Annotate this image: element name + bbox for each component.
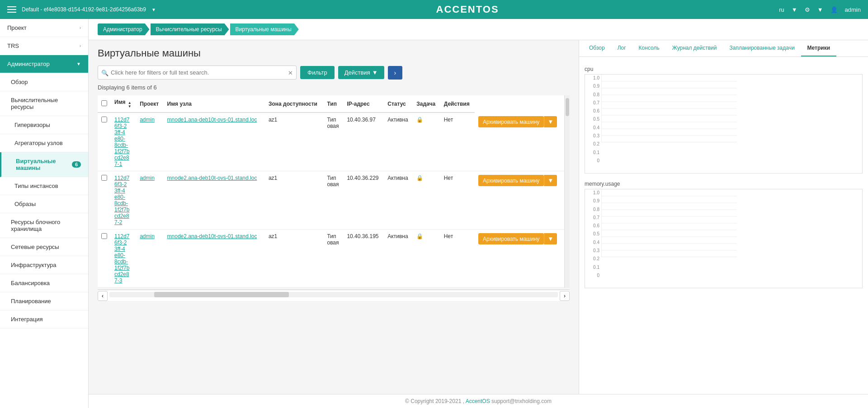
vm-ip: 10.40.36.97: [343, 113, 384, 171]
breadcrumb: Администратор Вычислительные ресурсы Вир…: [89, 19, 868, 40]
tab-konsol[interactable]: Консоль: [632, 40, 666, 56]
actions-button[interactable]: Действия ▼: [338, 66, 384, 79]
table-area: Виртуальные машины 🔍 ✕ Фильтр Действия ▼…: [89, 40, 579, 394]
archive-dropdown-button[interactable]: ▼: [544, 175, 557, 186]
vm-name-link[interactable]: 112d76f3-23ff-4e80-8cdb-1f2f7bcd2e87-3: [114, 233, 129, 284]
cpu-chart-svg: [601, 75, 737, 142]
archive-button[interactable]: Архивировать машину: [478, 116, 544, 127]
topbar-left: Default - ef4e8038-d154-4192-9e81-2d6425…: [7, 6, 156, 13]
vm-node-link[interactable]: mnode2.ana‑deb10t‑ovs‑01.stand.loc: [167, 233, 257, 239]
table-row: 112d76f3-23ff-4e80-8cdb-1f2f7bcd2e87-3 a…: [98, 230, 564, 288]
sidebar-item-tipy[interactable]: Типы инстансов: [0, 177, 88, 195]
memory-chart-svg: [601, 189, 737, 257]
tab-journal[interactable]: Журнал действий: [666, 40, 723, 56]
row-checkbox[interactable]: [101, 117, 107, 122]
sidebar-item-balance[interactable]: Балансировка: [0, 274, 88, 292]
vm-name-link[interactable]: 112d76f3-23ff-4e80-8cdb-1f2f7bcd2e87-1: [114, 117, 129, 167]
archive-button[interactable]: Архивировать машину: [478, 175, 544, 186]
sidebar-label-planning: Планирование: [11, 298, 51, 305]
vm-node-link[interactable]: mnode2.ana‑deb10t‑ovs‑01.stand.loc: [167, 175, 257, 181]
archive-dropdown-button[interactable]: ▼: [544, 233, 557, 244]
sidebar-item-obrazy[interactable]: Образы: [0, 195, 88, 213]
breadcrumb-admin[interactable]: Администратор: [98, 23, 150, 35]
vm-ip: 10.40.36.195: [343, 230, 384, 288]
chevron-icon: ›: [80, 43, 81, 48]
memory-chart: 1.00.90.80.70.6 0.50.40.30.20.10: [585, 189, 863, 288]
search-bar: 🔍 ✕ Фильтр Действия ▼ ›: [98, 66, 570, 80]
vm-status: Активна: [384, 171, 413, 230]
table-with-scroll: Имя ▲▼ Проект Имя узла Зона доступности …: [98, 95, 570, 288]
page-title: Виртуальные машины: [98, 47, 570, 59]
main-layout: Проект › TRS › Администратор ▼ Обзор Выч…: [0, 19, 868, 408]
breadcrumb-vms[interactable]: Виртуальные машины: [230, 23, 299, 35]
vm-project-link[interactable]: admin: [140, 233, 155, 239]
tab-log[interactable]: Лог: [611, 40, 632, 56]
sidebar-item-planning[interactable]: Планирование: [0, 292, 88, 310]
row-checkbox[interactable]: [101, 175, 107, 181]
vertical-scrollbar[interactable]: [564, 95, 570, 288]
vm-ip: 10.40.36.229: [343, 171, 384, 230]
right-panel: Обзор Лог Консоль Журнал действий Заплан…: [579, 40, 868, 394]
vm-az: az1: [265, 113, 324, 171]
sidebar-item-proekt[interactable]: Проект ›: [0, 19, 88, 37]
user-label[interactable]: admin: [845, 6, 861, 13]
action-cell: Архивировать машину ▼: [478, 116, 561, 127]
row-checkbox[interactable]: [101, 233, 107, 239]
vm-node-link[interactable]: mnode1.ana‑deb10t‑ovs‑01.stand.loc: [167, 117, 257, 123]
cpu-chart: 1.00.90.80.70.6 0.50.40.30.20.10: [585, 74, 863, 174]
scroll-left-btn[interactable]: ‹: [98, 291, 108, 301]
sidebar-item-virmashiny[interactable]: Виртуальные машины 6: [0, 152, 88, 177]
forward-button[interactable]: ›: [388, 66, 403, 80]
displaying-count: Displaying 6 items of 6: [98, 84, 570, 91]
sidebar-item-blok[interactable]: Ресурсы блочного хранилища: [0, 213, 88, 238]
user-icon: 👤: [830, 6, 838, 13]
settings-icon[interactable]: ⚙: [805, 6, 810, 13]
language-selector[interactable]: ru: [779, 6, 784, 13]
sidebar-item-gipervizory[interactable]: Гипервизоры: [0, 116, 88, 134]
vm-project-link[interactable]: admin: [140, 117, 155, 123]
filter-button[interactable]: Фильтр: [300, 66, 335, 79]
sidebar-label-tipy: Типы инстансов: [14, 183, 58, 189]
footer-brand-link[interactable]: AccentOS: [466, 398, 490, 404]
breadcrumb-compute[interactable]: Вычислительные ресурсы: [151, 23, 229, 35]
vm-az: az1: [265, 230, 324, 288]
sort-icon[interactable]: ▲▼: [128, 101, 132, 108]
footer: © Copyright 2019-2021 , AccentOS support…: [89, 394, 868, 408]
sidebar-label-balance: Балансировка: [11, 280, 50, 286]
search-icon: 🔍: [101, 69, 108, 76]
col-type: Тип: [323, 95, 343, 113]
topbar-right: ru ▼ ⚙ ▼ 👤 admin: [779, 6, 861, 13]
scroll-right-btn[interactable]: ›: [560, 291, 570, 301]
sidebar-item-trs[interactable]: TRS ›: [0, 37, 88, 55]
tab-tasks[interactable]: Запланированные задачи: [723, 40, 801, 56]
sidebar-item-integration[interactable]: Интеграция: [0, 310, 88, 328]
sidebar-item-agregatory[interactable]: Агрегаторы узлов: [0, 134, 88, 152]
project-selector[interactable]: Default - ef4e8038-d154-4192-9e81-2d6425…: [22, 6, 146, 13]
sidebar-item-administrator[interactable]: Администратор ▼: [0, 55, 88, 73]
sidebar-item-vychresursy[interactable]: Вычислительные ресурсы: [0, 91, 88, 116]
archive-dropdown-button[interactable]: ▼: [544, 116, 557, 127]
sidebar-item-obzor[interactable]: Обзор: [0, 73, 88, 91]
vm-project-link[interactable]: admin: [140, 175, 155, 181]
cpu-y-axis: 1.00.90.80.70.6 0.50.40.30.20.10: [585, 75, 601, 164]
sidebar-item-set[interactable]: Сетевые ресурсы: [0, 238, 88, 256]
memory-y-axis: 1.00.90.80.70.6 0.50.40.30.20.10: [585, 189, 601, 279]
vm-status: Активна: [384, 230, 413, 288]
select-all-checkbox[interactable]: [101, 100, 107, 106]
scrollbar-thumb[interactable]: [566, 98, 569, 116]
action-cell: Архивировать машину ▼: [478, 175, 561, 186]
search-input[interactable]: [98, 66, 297, 80]
tab-obzor[interactable]: Обзор: [583, 40, 611, 56]
vm-name-link[interactable]: 112d76f3-23ff-4e80-8cdb-1f2f7bcd2e87-2: [114, 175, 129, 225]
sidebar-item-infra[interactable]: Инфраструктура: [0, 256, 88, 274]
tab-metrics[interactable]: Метрики: [801, 40, 836, 56]
sidebar-label-infra: Инфраструктура: [11, 262, 56, 268]
hamburger-menu[interactable]: [7, 6, 16, 13]
col-task: Задача: [413, 95, 440, 113]
sidebar: Проект › TRS › Администратор ▼ Обзор Выч…: [0, 19, 89, 408]
sidebar-label-set: Сетевые ресурсы: [11, 244, 59, 250]
vm-task: Нет: [440, 230, 475, 288]
table-row: 112d76f3-23ff-4e80-8cdb-1f2f7bcd2e87-1 a…: [98, 113, 564, 171]
archive-button[interactable]: Архивировать машину: [478, 233, 544, 244]
clear-search-icon[interactable]: ✕: [288, 69, 293, 76]
